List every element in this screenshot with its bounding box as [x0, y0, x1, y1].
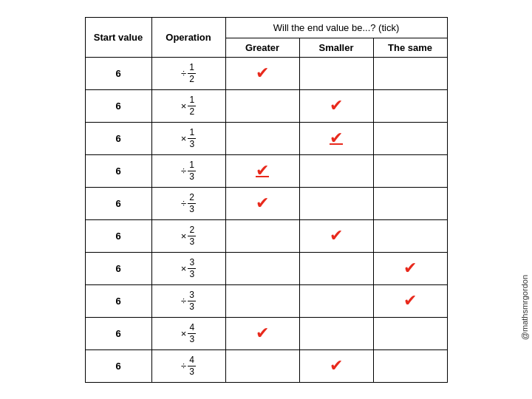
- smaller-cell: ✔: [299, 89, 373, 122]
- op-content: ÷ 4 3: [157, 355, 221, 377]
- start-value: 6: [85, 219, 151, 252]
- smaller-cell: [299, 317, 373, 349]
- greater-cell: [225, 89, 299, 122]
- fraction: 3 3: [188, 257, 196, 279]
- table-row: 6 ÷ 4 3 ✔: [85, 349, 447, 382]
- op-sign: ÷: [181, 296, 186, 307]
- check-mark: ✔: [256, 163, 269, 179]
- smaller-cell: ✔: [299, 122, 373, 154]
- fraction: 3 3: [188, 290, 196, 312]
- greater-cell: ✔: [225, 317, 299, 349]
- greater-cell: [225, 122, 299, 154]
- op-content: × 1 3: [157, 127, 221, 149]
- fraction: 1 2: [188, 95, 196, 117]
- start-value: 6: [85, 89, 151, 122]
- operation-cell: × 3 3: [151, 252, 225, 284]
- operation-cell: ÷ 3 3: [151, 284, 225, 317]
- numerator: 1: [188, 160, 196, 171]
- greater-cell: [225, 219, 299, 252]
- col-greater-header: Greater: [225, 38, 299, 57]
- table-row: 6 × 3 3 ✔: [85, 252, 447, 284]
- fraction: 4 3: [188, 355, 196, 377]
- table-row: 6 × 1 3 ✔: [85, 122, 447, 154]
- operation-cell: ÷ 1 2: [151, 57, 225, 89]
- fraction: 4 3: [188, 322, 196, 344]
- fraction: 2 3: [188, 192, 196, 214]
- op-content: ÷ 3 3: [157, 290, 221, 312]
- smaller-cell: ✔: [299, 349, 373, 382]
- same-cell: [373, 89, 447, 122]
- operation-cell: × 1 2: [151, 89, 225, 122]
- check-mark: ✔: [330, 98, 343, 114]
- op-sign: ÷: [181, 198, 186, 209]
- numerator: 2: [188, 225, 196, 236]
- table-body: 6 ÷ 1 2 ✔6 × 1 2 ✔6 × 1 3 ✔6 ÷: [85, 57, 447, 382]
- numerator: 1: [188, 127, 196, 138]
- same-cell: [373, 57, 447, 89]
- op-sign: ×: [181, 231, 187, 242]
- numerator: 4: [188, 355, 196, 366]
- table-row: 6 ÷ 1 2 ✔: [85, 57, 447, 89]
- denominator: 2: [188, 106, 196, 117]
- same-cell: ✔: [373, 252, 447, 284]
- operation-cell: × 1 3: [151, 122, 225, 154]
- op-content: × 4 3: [157, 322, 221, 344]
- start-value: 6: [85, 187, 151, 219]
- greater-cell: [225, 349, 299, 382]
- fraction: 1 2: [188, 62, 196, 84]
- table-row: 6 ÷ 1 3 ✔: [85, 154, 447, 187]
- smaller-cell: [299, 252, 373, 284]
- page-wrapper: @mathsmrgordon Start value Operation Wil…: [0, 0, 532, 399]
- op-content: × 2 3: [157, 225, 221, 247]
- numerator: 2: [188, 192, 196, 203]
- denominator: 3: [188, 171, 196, 182]
- same-cell: [373, 187, 447, 219]
- op-sign: ×: [181, 100, 187, 112]
- start-value: 6: [85, 317, 151, 349]
- op-content: × 3 3: [157, 257, 221, 279]
- start-value: 6: [85, 349, 151, 382]
- same-cell: ✔: [373, 284, 447, 317]
- op-content: ÷ 1 3: [157, 160, 221, 182]
- same-cell: [373, 122, 447, 154]
- smaller-cell: [299, 284, 373, 317]
- op-sign: ×: [181, 133, 187, 144]
- col-start-header: Start value: [85, 17, 151, 57]
- op-content: ÷ 2 3: [157, 192, 221, 214]
- table-row: 6 ÷ 3 3 ✔: [85, 284, 447, 317]
- same-cell: [373, 219, 447, 252]
- header-span-row: Start value Operation Will the end value…: [85, 17, 447, 38]
- operation-cell: ÷ 4 3: [151, 349, 225, 382]
- numerator: 3: [188, 257, 196, 268]
- watermark: @mathsmrgordon: [520, 275, 529, 340]
- check-mark: ✔: [330, 130, 343, 146]
- operation-cell: ÷ 2 3: [151, 187, 225, 219]
- denominator: 3: [188, 366, 196, 377]
- check-mark: ✔: [403, 260, 417, 276]
- op-sign: ÷: [181, 361, 186, 372]
- greater-cell: [225, 284, 299, 317]
- title-header: Will the end value be...? (tick): [225, 17, 447, 38]
- col-smaller-header: Smaller: [299, 38, 373, 57]
- same-cell: [373, 349, 447, 382]
- check-mark: ✔: [330, 358, 343, 374]
- numerator: 1: [188, 95, 196, 106]
- denominator: 3: [188, 236, 196, 247]
- smaller-cell: [299, 57, 373, 89]
- fraction: 2 3: [188, 225, 196, 247]
- op-sign: ÷: [181, 68, 186, 79]
- denominator: 3: [188, 334, 196, 344]
- numerator: 3: [188, 290, 196, 301]
- fraction: 1 3: [188, 127, 196, 149]
- start-value: 6: [85, 122, 151, 154]
- same-cell: [373, 317, 447, 349]
- operation-cell: × 2 3: [151, 219, 225, 252]
- table-row: 6 × 1 2 ✔: [85, 89, 447, 122]
- check-mark: ✔: [403, 293, 417, 309]
- table-row: 6 ÷ 2 3 ✔: [85, 187, 447, 219]
- start-value: 6: [85, 284, 151, 317]
- smaller-cell: [299, 187, 373, 219]
- table-row: 6 × 2 3 ✔: [85, 219, 447, 252]
- greater-cell: ✔: [225, 57, 299, 89]
- col-same-header: The same: [373, 38, 447, 57]
